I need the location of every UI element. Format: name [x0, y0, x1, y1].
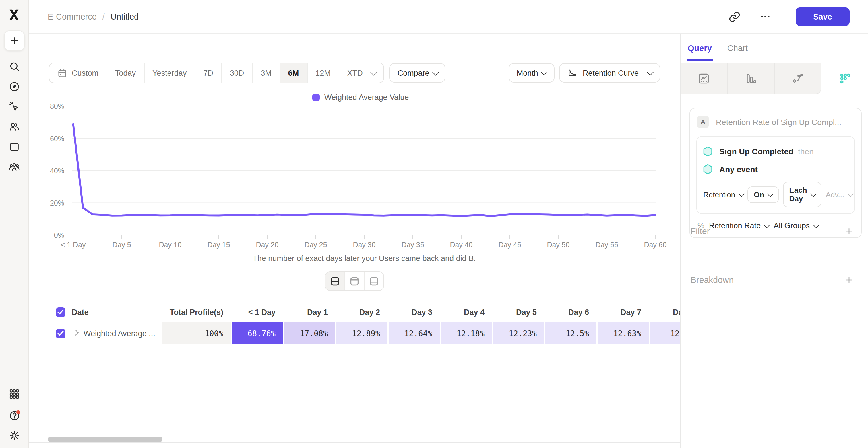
row-day-5-cell[interactable]: 12.23% — [492, 322, 544, 344]
range-30d[interactable]: 30D — [222, 63, 253, 82]
range-6m[interactable]: 6M — [280, 63, 308, 82]
row-day-1-cell[interactable]: 17.08% — [283, 322, 335, 344]
event-b-name[interactable]: Any event — [719, 164, 758, 174]
create-new-button[interactable] — [4, 30, 24, 51]
retention-type-dropdown[interactable]: Retention — [703, 190, 743, 199]
breadcrumb-report-title[interactable]: Untitled — [111, 12, 138, 21]
row-name: Weighted Average ... — [84, 329, 155, 338]
row-total-profiles-cell: 100% — [161, 322, 231, 344]
retention-table: DateTotal Profile(s)< 1 DayDay 1Day 2Day… — [49, 302, 680, 344]
granularity-dropdown[interactable]: Month — [508, 63, 555, 82]
report-type-retention[interactable] — [822, 63, 868, 94]
x-axis-label: Day 35 — [401, 241, 424, 249]
query-step-card: A Retention Rate of Sign Up Compl... Sig… — [689, 108, 862, 238]
chart-style-dropdown[interactable]: Retention Curve — [559, 63, 660, 82]
expand-row-icon[interactable] — [72, 329, 78, 335]
add-filter-icon[interactable] — [844, 226, 854, 236]
split-view-button[interactable] — [326, 272, 345, 290]
table-header-row: DateTotal Profile(s)< 1 DayDay 1Day 2Day… — [49, 302, 680, 322]
range-custom[interactable]: Custom — [50, 63, 107, 82]
range-label: 3M — [260, 69, 272, 77]
on-label: On — [754, 190, 764, 199]
header-divider — [785, 9, 785, 24]
events-cursor-icon[interactable] — [8, 101, 20, 112]
split-view-icon — [330, 276, 340, 286]
discover-compass-icon[interactable] — [8, 81, 20, 92]
breadcrumb-project[interactable]: E-Commerce — [48, 12, 97, 21]
row-date-cell[interactable]: Weighted Average ... — [49, 322, 161, 344]
range-7d[interactable]: 7D — [195, 63, 222, 82]
date-header-label: Date — [72, 308, 89, 316]
x-axis-label: Day 5 — [112, 241, 131, 249]
retention-report-app: E-Commerce / Untitled Save CustomTodayYe… — [0, 0, 868, 448]
row-day-7-cell[interactable]: 12.63% — [596, 322, 649, 344]
search-icon[interactable] — [8, 61, 20, 72]
event-hexagon-icon — [703, 146, 712, 156]
range-label: Yesterday — [152, 69, 187, 77]
row-day-6-cell[interactable]: 12.5% — [544, 322, 596, 344]
save-button[interactable]: Save — [796, 7, 849, 26]
report-type-flows[interactable] — [775, 63, 822, 94]
row-checkbox[interactable] — [56, 329, 65, 338]
calendar-icon — [57, 68, 67, 78]
event-row-a[interactable]: Sign Up Completed then — [703, 142, 848, 160]
table-row[interactable]: Weighted Average ...100%68.76%17.08%12.8… — [49, 322, 680, 344]
mixpanel-logo-icon[interactable] — [7, 8, 21, 21]
on-dropdown[interactable]: On — [747, 186, 779, 203]
boards-icon[interactable] — [8, 141, 20, 152]
range-today[interactable]: Today — [107, 63, 144, 82]
retention-curve-line[interactable] — [73, 124, 655, 216]
event-row-b[interactable]: Any event — [703, 160, 848, 178]
compare-button[interactable]: Compare — [390, 63, 446, 82]
retention-icon — [838, 72, 851, 85]
table-view-button[interactable] — [365, 272, 383, 290]
apps-grid-icon[interactable] — [8, 388, 20, 400]
event-a-name[interactable]: Sign Up Completed — [719, 146, 794, 156]
table-header-day-1: Day 1 — [283, 302, 335, 322]
step-title[interactable]: Retention Rate of Sign Up Compl... — [716, 117, 841, 127]
report-toolbar: CustomTodayYesterday7D30D3M6M12MXTD Comp… — [29, 63, 680, 82]
table-header-day-2: Day 2 — [335, 302, 388, 322]
tab-chart[interactable]: Chart — [727, 44, 748, 53]
y-axis-label: 20% — [50, 199, 64, 207]
range-12m[interactable]: 12M — [307, 63, 339, 82]
report-type-funnels[interactable] — [728, 63, 775, 94]
more-options-button[interactable] — [757, 9, 773, 25]
add-breakdown-icon[interactable] — [844, 275, 854, 284]
y-axis-label: 40% — [50, 167, 64, 175]
table-header-day-7: Day 7 — [596, 302, 649, 322]
community-icon[interactable] — [8, 161, 20, 173]
breadcrumb: E-Commerce / Untitled — [48, 12, 138, 21]
tab-query[interactable]: Query — [688, 44, 712, 53]
range-xtd[interactable]: XTD — [339, 63, 384, 82]
advanced-dropdown[interactable]: Adv... — [826, 190, 853, 199]
check-icon — [57, 309, 64, 315]
report-type-insights[interactable] — [681, 63, 728, 94]
retention-line-chart[interactable]: 0%20%40%60%80%< 1 DayDay 5Day 10Day 15Da… — [29, 86, 680, 253]
x-axis-label: Day 10 — [159, 241, 181, 249]
range-3m[interactable]: 3M — [253, 63, 280, 82]
users-icon[interactable] — [8, 121, 20, 133]
interval-label: Each Day — [789, 186, 807, 203]
select-all-checkbox[interactable] — [56, 307, 65, 317]
settings-gear-icon[interactable] — [8, 429, 20, 441]
x-axis-label: Day 15 — [207, 241, 230, 249]
interval-dropdown[interactable]: Each Day — [783, 182, 822, 207]
chart-view-button[interactable] — [345, 272, 365, 290]
row-day-8-cell[interactable]: 12.4% — [649, 322, 680, 344]
retention-curve-icon — [567, 68, 578, 78]
row-day-0-cell[interactable]: 68.76% — [231, 322, 283, 344]
row-day-4-cell[interactable]: 12.18% — [440, 322, 492, 344]
row-day-3-cell[interactable]: 12.64% — [388, 322, 440, 344]
table-header-date: Date — [49, 302, 161, 322]
report-type-tabs — [681, 63, 868, 94]
advanced-label: Adv... — [826, 190, 844, 199]
range-yesterday[interactable]: Yesterday — [144, 63, 195, 82]
breakdown-section: Breakdown — [691, 275, 854, 284]
range-label: Today — [115, 69, 136, 77]
horizontal-scrollbar[interactable] — [48, 437, 162, 442]
row-day-2-cell[interactable]: 12.89% — [335, 322, 388, 344]
help-icon[interactable] — [8, 409, 20, 420]
copy-link-button[interactable] — [726, 9, 742, 25]
y-axis-label: 0% — [54, 231, 64, 239]
